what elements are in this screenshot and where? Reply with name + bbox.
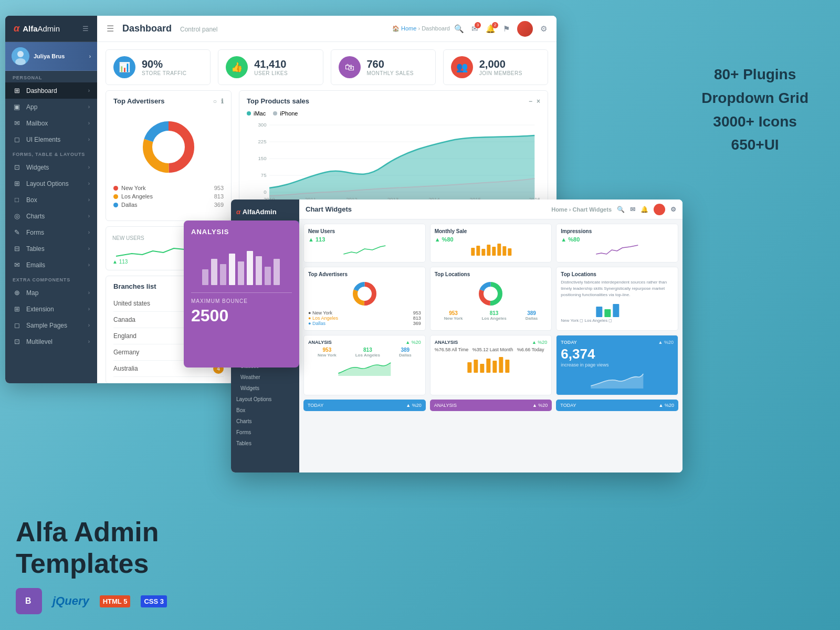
chevron-right-icon: ›	[88, 197, 90, 203]
second-sidebar-charts[interactable]: Charts	[231, 416, 299, 427]
second-page-title: Chart Widgets	[306, 205, 352, 213]
legend-dot-imac	[247, 111, 251, 116]
second-sidebar-weather[interactable]: Weather	[231, 372, 299, 383]
stat-label-members: JOIN MEMBERS	[479, 70, 522, 76]
second-bell-icon[interactable]: 🔔	[640, 206, 648, 213]
mail-icon[interactable]: ✉3	[471, 24, 478, 34]
info-action-icon[interactable]: ℹ	[221, 98, 224, 105]
sidebar-item-widgets[interactable]: ⊡ Widgets ›	[5, 159, 97, 175]
sidebar-item-label: Mailbox	[26, 120, 48, 127]
sidebar-item-box[interactable]: □ Box ›	[5, 192, 97, 208]
second-avatar-topbar[interactable]	[654, 204, 665, 215]
max-bounce-value: 2500	[191, 306, 292, 326]
svg-rect-38	[256, 256, 262, 285]
svg-rect-45	[492, 247, 496, 256]
sidebar-item-tables[interactable]: ⊟ Tables ›	[5, 240, 97, 257]
forms-icon: ✎	[13, 228, 21, 236]
close-icon[interactable]: ×	[537, 98, 540, 105]
flag-icon[interactable]: ⚑	[503, 24, 510, 34]
stat-card-user-likes[interactable]: 👍 41,410 USER LIKES	[218, 49, 323, 85]
bell-icon[interactable]: 🔔2	[486, 24, 496, 34]
svg-rect-63	[486, 359, 490, 373]
sidebar-user-profile[interactable]: Juliya Brus ›	[5, 42, 97, 71]
sidebar-item-label: Charts	[26, 213, 45, 220]
chevron-right-icon: ›	[88, 322, 90, 328]
second-sidebar-forms[interactable]: Forms	[231, 427, 299, 438]
sidebar-logo[interactable]: α AlfaAdmin ☰	[5, 16, 97, 42]
sidebar-item-label: Dashboard	[26, 87, 57, 94]
search-icon[interactable]: 🔍	[454, 24, 464, 34]
second-settings-icon[interactable]: ⚙	[670, 206, 676, 213]
sidebar-item-dashboard[interactable]: ⊞ Dashboard ›	[5, 82, 97, 99]
sidebar-item-label: UI Elements	[26, 136, 60, 143]
stat-card-store-traffic[interactable]: 📊 90% STORE TRAFFIC	[106, 49, 211, 85]
sidebar-item-map[interactable]: ⊕ Map ›	[5, 285, 97, 301]
analysis-title: ANALYSIS	[191, 228, 292, 236]
stat-card-monthly-sales[interactable]: 🛍 760 MONTHLY SALES	[331, 49, 436, 85]
stat-card-join-members[interactable]: 👥 2,000 JOIN MEMBERS	[443, 49, 548, 85]
ui-elements-icon: ◻	[13, 135, 21, 143]
second-card-grid: New Users ▲ 113 Monthly Sale ▲ %80	[299, 219, 682, 400]
second-analysis-chart-1	[308, 358, 421, 376]
sidebar-item-label: Widgets	[26, 164, 49, 171]
sidebar-item-label: Sample Pages	[26, 322, 67, 329]
second-analysis-stats-2: %76.58 All Time %35.12 Last Month %6.66 …	[435, 347, 548, 352]
bootstrap-logo: B	[16, 588, 42, 614]
minimize-icon[interactable]: −	[529, 98, 532, 105]
sidebar-item-charts[interactable]: ◎ Charts ›	[5, 208, 97, 224]
hamburger-icon[interactable]: ☰	[107, 24, 114, 34]
second-sidebar-box[interactable]: Box	[231, 405, 299, 416]
menu-toggle-icon[interactable]: ☰	[82, 25, 89, 33]
second-new-users-card: New Users ▲ 113	[303, 224, 426, 262]
sidebar-item-extension[interactable]: ⊞ Extension ›	[5, 301, 97, 317]
promo-title: Alfa Admin Templates	[16, 517, 252, 580]
settings-icon[interactable]: ⚙	[540, 24, 547, 34]
html5-badge: HTML 5	[100, 595, 131, 607]
legend-item-newyork: New York 953	[113, 184, 224, 192]
sidebar-item-mailbox[interactable]: ✉ Mailbox ›	[5, 115, 97, 131]
sidebar-item-ui-elements[interactable]: ◻ UI Elements ›	[5, 131, 97, 148]
chevron-right-icon: ›	[89, 54, 91, 59]
svg-rect-37	[247, 251, 253, 285]
sidebar-item-forms[interactable]: ✎ Forms ›	[5, 224, 97, 240]
analysis-bounce: MAXIMUM BOUNCE 2500	[191, 292, 292, 326]
sidebar-item-sample-pages[interactable]: ◻ Sample Pages ›	[5, 317, 97, 333]
mail-badge: 3	[475, 22, 481, 28]
sidebar-item-layout-options[interactable]: ⊞ Layout Options ›	[5, 175, 97, 192]
layout-icon: ⊞	[13, 180, 21, 187]
info-line-4: 650+UI	[701, 133, 808, 157]
circle-action-icon[interactable]: ○	[213, 98, 217, 105]
svg-text:B: B	[25, 596, 31, 605]
donut-legend: New York 953 Los Angeles 813	[113, 184, 224, 209]
svg-rect-47	[502, 246, 506, 256]
avatar	[12, 47, 29, 65]
promo-logos: B jQuery HTML 5 CSS 3	[16, 588, 252, 614]
html5-logo: HTML 5	[100, 595, 131, 607]
sidebar-section-personal: PERSONAL	[5, 71, 97, 82]
second-sidebar-layout[interactable]: Layout Options	[231, 394, 299, 405]
bottom-promo: Alfa Admin Templates B jQuery HTML 5 CSS…	[16, 517, 252, 614]
second-mail-icon[interactable]: ✉	[630, 206, 635, 213]
stat-label-likes: USER LIKES	[254, 70, 288, 76]
sidebar-item-app[interactable]: ▣ App ›	[5, 99, 97, 115]
sidebar-item-multilevel[interactable]: ⊡ Multilevel ›	[5, 333, 97, 350]
multilevel-icon: ⊡	[13, 338, 21, 345]
breadcrumb-home-link[interactable]: Home	[401, 25, 416, 32]
legend-dot-iphone	[273, 111, 277, 116]
second-analysis-chart-2	[435, 354, 548, 373]
donut-chart-svg	[137, 116, 200, 178]
emails-icon: ✉	[13, 261, 21, 269]
stat-value-traffic: 90%	[142, 58, 187, 70]
user-avatar-topbar[interactable]	[517, 21, 533, 37]
stat-value-likes: 41,410	[254, 58, 288, 70]
second-search-icon[interactable]: 🔍	[617, 206, 625, 213]
sidebar-item-emails[interactable]: ✉ Emails ›	[5, 257, 97, 273]
sidebar-section-forms: FORMS, TABLE & LAYOUTS	[5, 148, 97, 159]
chevron-right-icon: ›	[88, 290, 90, 296]
svg-text:0: 0	[264, 190, 266, 195]
svg-text:300: 300	[258, 122, 266, 128]
second-analysis-1: ANALYSIS ▲ %20 953New York 813Los Angele…	[303, 335, 426, 395]
second-sidebar-tables[interactable]: Tables	[231, 438, 299, 449]
svg-rect-61	[474, 360, 478, 373]
second-sidebar-widgets2[interactable]: Widgets	[231, 383, 299, 394]
